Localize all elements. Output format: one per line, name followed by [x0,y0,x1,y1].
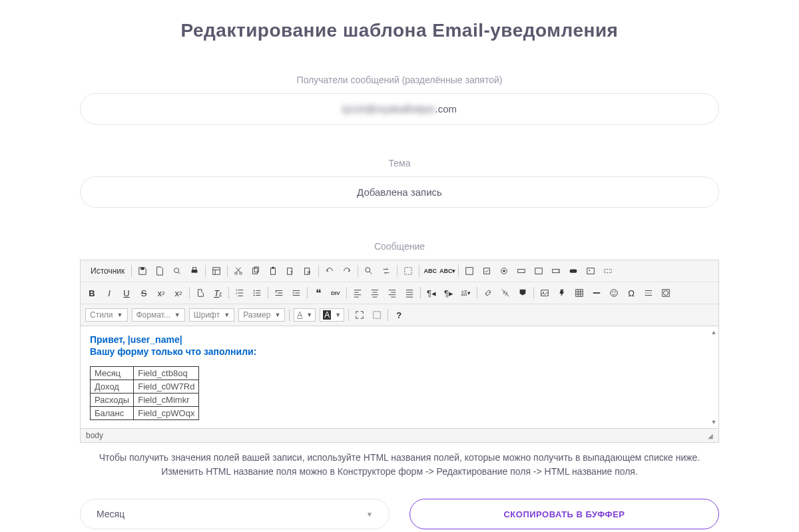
editor-scrollbar[interactable]: ▲ ▼ [710,329,717,425]
svg-rect-24 [570,269,577,272]
save-icon[interactable] [134,263,150,279]
radio-icon[interactable] [496,263,512,279]
about-icon[interactable]: ? [391,307,407,323]
svg-rect-18 [484,268,490,274]
rtl-icon[interactable]: ¶▸ [441,285,457,301]
recipients-input[interactable]: lynch@mydealhelper.com [80,93,719,125]
svg-point-32 [254,295,255,296]
svg-text:2: 2 [236,292,238,295]
pagebreak-icon[interactable] [641,285,657,301]
scroll-up-icon[interactable]: ▲ [710,329,717,336]
bulletlist-icon[interactable] [249,285,265,301]
source-button[interactable]: Источник [84,265,129,277]
smiley-icon[interactable] [606,285,622,301]
svg-point-37 [612,291,613,292]
find-icon[interactable] [361,263,377,279]
spellcheck-icon[interactable]: ABC [422,263,438,279]
size-dropdown[interactable]: Размер▼ [238,308,285,322]
new-page-icon[interactable] [152,263,168,279]
anchor-icon[interactable] [515,285,531,301]
hiddenfield-icon[interactable] [600,263,616,279]
indent-icon[interactable] [288,285,304,301]
replace-icon[interactable] [378,263,394,279]
subscript-icon[interactable]: x2 [153,285,169,301]
svg-text:W: W [307,270,310,274]
svg-rect-16 [405,268,412,275]
creatediv-icon[interactable]: DIV [328,285,344,301]
recipients-label: Получатели сообщений (разделённые запято… [13,75,786,85]
bold-icon[interactable]: B [84,285,100,301]
cut-icon[interactable] [230,263,246,279]
align-center-icon[interactable] [367,285,383,301]
checkbox-icon[interactable] [479,263,495,279]
flash-icon[interactable] [554,285,570,301]
showblocks-icon[interactable] [369,307,385,323]
recipients-value-blur: lynch@mydealhelper [342,103,435,115]
table-row: МесяцField_ctb8oq [91,367,199,380]
textfield-icon[interactable] [513,263,529,279]
ltr-icon[interactable]: ¶◂ [423,285,439,301]
svg-rect-25 [587,268,595,274]
copy-to-buffer-button[interactable]: СКОПИРОВАТЬ В БУФФЕР [409,499,719,529]
paste-text-icon[interactable]: T [282,263,298,279]
styles-dropdown[interactable]: Стили▼ [85,308,128,322]
table-icon[interactable] [571,285,587,301]
editor-content[interactable]: Привет, |user_name| Вашу форму только чт… [81,326,718,428]
svg-rect-3 [193,268,196,270]
italic-icon[interactable]: I [101,285,117,301]
svg-rect-9 [271,268,276,275]
unlink-icon[interactable] [497,285,513,301]
paste-word-icon[interactable]: W [300,263,316,279]
undo-icon[interactable] [322,263,338,279]
textcolor-dropdown[interactable]: A▼ [294,308,316,322]
preview-icon[interactable] [169,263,185,279]
scayt-icon[interactable]: ABC▾ [439,263,455,279]
templates-icon[interactable] [208,263,224,279]
maximize-icon[interactable] [352,307,368,323]
copy-icon[interactable] [248,263,264,279]
copyformat-icon[interactable] [192,285,208,301]
element-path[interactable]: body [86,431,103,440]
underline-icon[interactable]: U [119,285,134,301]
field-select[interactable]: Месяц ▼ [80,499,390,529]
svg-point-20 [503,270,505,272]
removeformat-icon[interactable]: Tx [210,285,226,301]
specialchar-icon[interactable]: Ω [623,285,639,301]
scroll-down-icon[interactable]: ▼ [710,419,717,425]
svg-rect-10 [272,267,274,269]
blockquote-icon[interactable]: ❝ [310,285,326,301]
image-icon[interactable] [537,285,553,301]
textarea-icon[interactable] [531,263,547,279]
svg-point-30 [254,290,255,292]
superscript-icon[interactable]: x2 [170,285,186,301]
language-icon[interactable]: 話▾ [458,285,474,301]
font-dropdown[interactable]: Шрифт▼ [189,308,234,322]
fields-table: МесяцField_ctb8oq ДоходField_c0W7Rd Расх… [90,366,199,420]
numberlist-icon[interactable]: 12 [232,285,248,301]
align-justify-icon[interactable] [401,285,417,301]
svg-rect-22 [535,268,543,274]
svg-rect-2 [192,270,198,272]
greeting-text: Привет, |user_name| [90,334,709,345]
resize-handle-icon[interactable]: ◢ [708,432,713,439]
svg-rect-4 [213,268,220,275]
hr-icon[interactable] [589,285,605,301]
subject-input[interactable] [80,176,719,208]
bgcolor-dropdown[interactable]: A▼ [320,308,344,322]
print-icon[interactable] [186,263,202,279]
link-icon[interactable] [480,285,496,301]
outdent-icon[interactable] [271,285,287,301]
strike-icon[interactable]: S [136,285,152,301]
iframe-icon[interactable] [658,285,674,301]
select-icon[interactable] [548,263,564,279]
align-right-icon[interactable] [384,285,400,301]
button-icon[interactable] [565,263,581,279]
svg-rect-17 [466,268,473,275]
paste-icon[interactable] [265,263,281,279]
redo-icon[interactable] [339,263,355,279]
form-icon[interactable] [461,263,477,279]
format-dropdown[interactable]: Формат...▼ [132,308,185,322]
align-left-icon[interactable] [350,285,366,301]
imagebutton-icon[interactable] [583,263,599,279]
select-all-icon[interactable] [400,263,416,279]
